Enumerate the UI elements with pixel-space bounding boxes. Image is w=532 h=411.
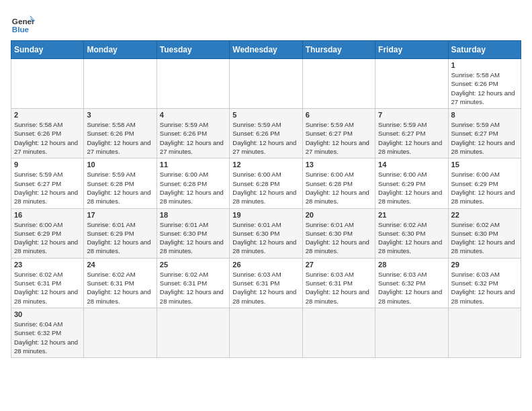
day-number: 18	[160, 211, 226, 219]
day-cell: 17Sunrise: 6:01 AM Sunset: 6:29 PM Dayli…	[84, 208, 157, 258]
day-cell: 5Sunrise: 5:59 AM Sunset: 6:26 PM Daylig…	[230, 109, 302, 158]
day-cell	[375, 308, 448, 357]
day-info: Sunrise: 6:00 AM Sunset: 6:28 PM Dayligh…	[232, 170, 299, 205]
day-number: 22	[451, 211, 518, 219]
day-cell: 10Sunrise: 5:59 AM Sunset: 6:28 PM Dayli…	[84, 158, 157, 208]
day-number: 19	[232, 211, 299, 219]
day-info: Sunrise: 6:02 AM Sunset: 6:30 PM Dayligh…	[451, 220, 518, 256]
day-cell: 24Sunrise: 6:02 AM Sunset: 6:31 PM Dayli…	[84, 258, 157, 308]
day-info: Sunrise: 5:58 AM Sunset: 6:26 PM Dayligh…	[451, 71, 518, 106]
day-info: Sunrise: 6:03 AM Sunset: 6:32 PM Dayligh…	[378, 270, 445, 306]
weekday-header-saturday: Saturday	[448, 41, 521, 59]
day-cell: 27Sunrise: 6:03 AM Sunset: 6:31 PM Dayli…	[302, 258, 375, 308]
day-number: 1	[451, 61, 518, 69]
day-info: Sunrise: 6:01 AM Sunset: 6:30 PM Dayligh…	[306, 220, 372, 256]
day-info: Sunrise: 6:03 AM Sunset: 6:31 PM Dayligh…	[306, 270, 372, 306]
day-cell: 1Sunrise: 5:58 AM Sunset: 6:26 PM Daylig…	[448, 59, 521, 109]
logo-icon: General Blue	[11, 11, 35, 35]
day-number: 13	[306, 161, 372, 169]
day-info: Sunrise: 5:59 AM Sunset: 6:28 PM Dayligh…	[87, 170, 153, 205]
day-number: 7	[378, 111, 445, 119]
day-info: Sunrise: 5:59 AM Sunset: 6:27 PM Dayligh…	[14, 170, 81, 205]
day-cell: 3Sunrise: 5:58 AM Sunset: 6:26 PM Daylig…	[84, 109, 157, 158]
day-number: 11	[160, 161, 226, 169]
day-info: Sunrise: 5:59 AM Sunset: 6:26 PM Dayligh…	[232, 120, 299, 156]
day-number: 17	[87, 211, 153, 219]
day-number: 30	[14, 310, 81, 318]
day-number: 9	[14, 161, 81, 169]
day-cell: 22Sunrise: 6:02 AM Sunset: 6:30 PM Dayli…	[448, 208, 521, 258]
day-cell	[84, 59, 157, 109]
day-number: 25	[160, 261, 226, 269]
day-number: 6	[306, 111, 372, 119]
day-info: Sunrise: 6:00 AM Sunset: 6:29 PM Dayligh…	[451, 170, 518, 205]
day-number: 28	[378, 261, 445, 269]
week-row-4: 16Sunrise: 6:00 AM Sunset: 6:29 PM Dayli…	[11, 208, 521, 258]
calendar-table: SundayMondayTuesdayWednesdayThursdayFrid…	[11, 40, 521, 358]
day-cell: 19Sunrise: 6:01 AM Sunset: 6:30 PM Dayli…	[230, 208, 302, 258]
day-info: Sunrise: 5:59 AM Sunset: 6:27 PM Dayligh…	[451, 120, 518, 156]
day-info: Sunrise: 6:04 AM Sunset: 6:32 PM Dayligh…	[14, 320, 81, 355]
day-cell: 9Sunrise: 5:59 AM Sunset: 6:27 PM Daylig…	[11, 158, 84, 208]
day-number: 21	[378, 211, 445, 219]
weekday-header-thursday: Thursday	[302, 41, 375, 59]
day-number: 23	[14, 261, 81, 269]
day-cell: 11Sunrise: 6:00 AM Sunset: 6:28 PM Dayli…	[157, 158, 229, 208]
weekday-header-sunday: Sunday	[11, 41, 84, 59]
day-cell: 7Sunrise: 5:59 AM Sunset: 6:27 PM Daylig…	[375, 109, 448, 158]
day-number: 14	[378, 161, 445, 169]
day-cell: 14Sunrise: 6:00 AM Sunset: 6:29 PM Dayli…	[375, 158, 448, 208]
day-cell: 18Sunrise: 6:01 AM Sunset: 6:30 PM Dayli…	[157, 208, 229, 258]
day-info: Sunrise: 5:59 AM Sunset: 6:26 PM Dayligh…	[160, 120, 226, 156]
week-row-2: 2Sunrise: 5:58 AM Sunset: 6:26 PM Daylig…	[11, 109, 521, 158]
day-info: Sunrise: 6:03 AM Sunset: 6:31 PM Dayligh…	[232, 270, 299, 306]
day-number: 24	[87, 261, 153, 269]
day-info: Sunrise: 6:02 AM Sunset: 6:31 PM Dayligh…	[160, 270, 226, 306]
day-info: Sunrise: 6:02 AM Sunset: 6:31 PM Dayligh…	[87, 270, 153, 306]
day-info: Sunrise: 6:00 AM Sunset: 6:29 PM Dayligh…	[14, 220, 81, 256]
day-info: Sunrise: 6:01 AM Sunset: 6:29 PM Dayligh…	[87, 220, 153, 256]
day-number: 27	[306, 261, 372, 269]
day-info: Sunrise: 5:58 AM Sunset: 6:26 PM Dayligh…	[14, 120, 81, 156]
day-number: 15	[451, 161, 518, 169]
day-info: Sunrise: 6:00 AM Sunset: 6:28 PM Dayligh…	[160, 170, 226, 205]
day-cell: 8Sunrise: 5:59 AM Sunset: 6:27 PM Daylig…	[448, 109, 521, 158]
day-cell: 29Sunrise: 6:03 AM Sunset: 6:32 PM Dayli…	[448, 258, 521, 308]
day-cell: 6Sunrise: 5:59 AM Sunset: 6:27 PM Daylig…	[302, 109, 375, 158]
weekday-header-wednesday: Wednesday	[230, 41, 302, 59]
weekday-header-monday: Monday	[84, 41, 157, 59]
day-cell	[448, 308, 521, 357]
day-cell: 21Sunrise: 6:02 AM Sunset: 6:30 PM Dayli…	[375, 208, 448, 258]
day-number: 3	[87, 111, 153, 119]
day-number: 29	[451, 261, 518, 269]
day-info: Sunrise: 6:00 AM Sunset: 6:29 PM Dayligh…	[378, 170, 445, 205]
day-info: Sunrise: 6:02 AM Sunset: 6:31 PM Dayligh…	[14, 270, 81, 306]
day-cell	[157, 59, 229, 109]
week-row-1: 1Sunrise: 5:58 AM Sunset: 6:26 PM Daylig…	[11, 59, 521, 109]
day-info: Sunrise: 6:01 AM Sunset: 6:30 PM Dayligh…	[160, 220, 226, 256]
day-info: Sunrise: 5:59 AM Sunset: 6:27 PM Dayligh…	[306, 120, 372, 156]
day-number: 8	[451, 111, 518, 119]
day-number: 16	[14, 211, 81, 219]
day-number: 10	[87, 161, 153, 169]
day-number: 2	[14, 111, 81, 119]
day-number: 12	[232, 161, 299, 169]
day-cell	[230, 308, 302, 357]
day-cell: 20Sunrise: 6:01 AM Sunset: 6:30 PM Dayli…	[302, 208, 375, 258]
day-cell: 30Sunrise: 6:04 AM Sunset: 6:32 PM Dayli…	[11, 308, 84, 357]
day-cell: 25Sunrise: 6:02 AM Sunset: 6:31 PM Dayli…	[157, 258, 229, 308]
day-cell	[11, 59, 84, 109]
weekday-header-row: SundayMondayTuesdayWednesdayThursdayFrid…	[11, 41, 521, 59]
day-cell: 23Sunrise: 6:02 AM Sunset: 6:31 PM Dayli…	[11, 258, 84, 308]
day-cell	[302, 308, 375, 357]
week-row-5: 23Sunrise: 6:02 AM Sunset: 6:31 PM Dayli…	[11, 258, 521, 308]
day-info: Sunrise: 5:59 AM Sunset: 6:27 PM Dayligh…	[378, 120, 445, 156]
header: General Blue	[11, 11, 521, 35]
day-info: Sunrise: 6:03 AM Sunset: 6:32 PM Dayligh…	[451, 270, 518, 306]
logo: General Blue	[11, 11, 35, 35]
day-cell	[84, 308, 157, 357]
day-number: 4	[160, 111, 226, 119]
day-number: 20	[306, 211, 372, 219]
week-row-3: 9Sunrise: 5:59 AM Sunset: 6:27 PM Daylig…	[11, 158, 521, 208]
day-info: Sunrise: 5:58 AM Sunset: 6:26 PM Dayligh…	[87, 120, 153, 156]
